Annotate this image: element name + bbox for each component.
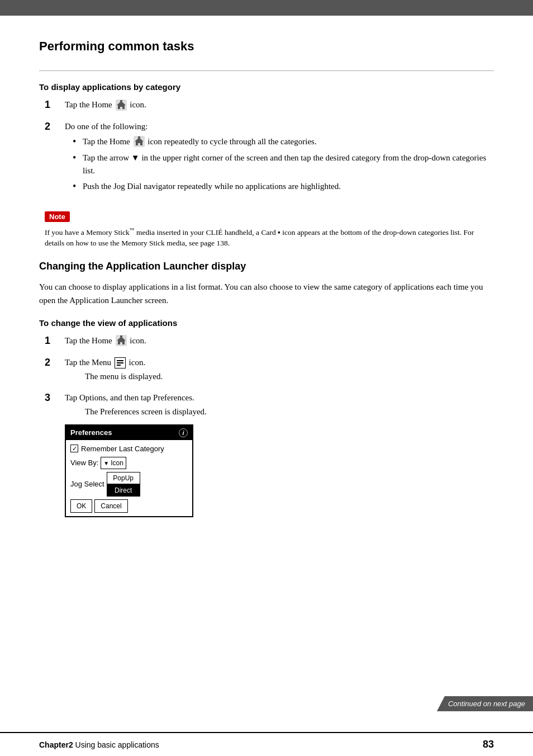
remember-checkbox[interactable]: ✓ [70,445,78,452]
viewby-value: Icon [111,458,123,468]
cancel-button[interactable]: Cancel [94,499,127,513]
section2-step2-after: icon. [129,358,146,367]
menu-line-3 [117,365,121,366]
home-icon-s2 [116,335,127,346]
footer-page-number: 83 [483,739,494,750]
section2-step1-text: Tap the Home icon. [65,334,146,347]
section2-step1: 1 Tap the Home icon. [45,334,494,347]
section2-heading: Changing the Application Launcher displa… [39,261,494,272]
svg-rect-5 [138,136,140,138]
home-icon [116,100,127,111]
section2-step3-text: Tap Options, and then tap Preferences. T… [65,391,207,522]
svg-rect-8 [120,336,122,337]
menu-icon [115,357,126,368]
section2-subheading: To change the view of applications [39,318,494,328]
bullet-dot-2: • [73,152,80,164]
viewby-label: View By: [70,457,98,469]
bullet-dot-3: • [73,180,80,193]
footer-chapter-sub: Using basic applications [75,740,159,749]
jogselect-label: Jog Select [70,479,104,490]
step1-text: Tap the Home icon. [65,98,146,111]
jogselect-group: PopUp Direct [107,472,140,497]
footer: Chapter2 Using basic applications 83 [0,732,533,756]
bullet-text-2: Tap the arrow ▼ in the upper right corne… [83,152,494,177]
section2-step3-number: 3 [45,391,61,404]
section2-step2-line: Tap the Menu icon. [65,356,163,369]
prefs-body: ✓ Remember Last Category View By: ▼ Icon… [66,440,192,517]
section2-step2-text: Tap the Menu icon. The menu is displayed… [65,356,163,382]
select-arrow: ▼ [103,459,109,467]
step1-text-after: icon. [130,100,146,109]
section2-step2-number: 2 [45,356,61,369]
title-divider [39,70,494,71]
prefs-title: Preferences [70,427,112,438]
bullet-item-3: • Push the Jog Dial navigator repeatedly… [73,180,494,193]
prefs-dialog: Preferences i ✓ Remember Last Category V… [65,424,193,517]
bullet-list: • Tap the Home icon repeatedly to cycle … [73,135,494,193]
bullet-text-1: Tap the Home icon repeatedly to cycle th… [83,135,317,148]
section1-heading: To display applications by category [39,82,494,92]
footer-chapter: Chapter2 [39,740,73,749]
menu-line-2 [117,362,123,363]
section2-step3-main: Tap Options, and then tap Preferences. [65,391,207,404]
prefs-remember-row: ✓ Remember Last Category [70,443,188,455]
section2-step3-sub: The Preferences screen is displayed. [85,405,207,418]
bullet-text-3: Push the Jog Dial navigator repeatedly w… [83,180,341,193]
popup-option[interactable]: PopUp [107,472,140,484]
viewby-select[interactable]: ▼ Icon [101,457,126,469]
section2-step2-sub: The menu is displayed. [85,370,163,383]
step2-intro: Do one of the following: [65,122,147,131]
bullet-dot-1: • [73,135,80,148]
section2-step1-number: 1 [45,334,61,347]
direct-option[interactable]: Direct [107,484,140,497]
section2-step3: 3 Tap Options, and then tap Preferences.… [45,391,494,522]
section2-step2-before: Tap the Menu [65,358,113,367]
section2-step2: 2 Tap the Menu icon. The menu is display… [45,356,494,382]
step1-text-before: Tap the Home [65,100,115,109]
continued-banner: Continued on next page [437,696,533,711]
ok-button[interactable]: OK [70,499,92,513]
page-title: Performing common tasks [39,39,494,54]
step2-text: Do one of the following: • Tap the Home … [65,120,494,196]
top-bar [0,0,533,16]
home-icon-bullet [134,136,145,147]
step1-number: 1 [45,98,61,111]
info-icon: i [179,428,188,437]
section2-step1-after: icon. [130,336,146,345]
prefs-title-bar: Preferences i [66,426,192,440]
note-container: Note If you have a Memory Stick™ media i… [45,206,494,249]
step2: 2 Do one of the following: • Tap the Hom… [45,120,494,196]
prefs-buttons: OK Cancel [70,499,188,513]
footer-left: Chapter2 Using basic applications [39,740,159,749]
step2-number: 2 [45,120,61,133]
section2-body: You can choose to display applications i… [39,280,494,307]
section2-step1-before: Tap the Home [65,336,115,345]
menu-line-1 [117,360,123,361]
remember-label: Remember Last Category [81,443,164,455]
note-text: If you have a Memory Stick™ media insert… [45,226,494,249]
prefs-jogselect-row: Jog Select PopUp Direct [70,472,188,497]
continued-text: Continued on next page [448,700,525,708]
svg-rect-2 [120,100,122,102]
step1: 1 Tap the Home icon. [45,98,494,111]
prefs-viewby-row: View By: ▼ Icon [70,457,188,469]
note-label: Note [45,211,70,222]
bullet-item-2: • Tap the arrow ▼ in the upper right cor… [73,152,494,177]
bullet-item-1: • Tap the Home icon repeatedly to cycle … [73,135,494,148]
